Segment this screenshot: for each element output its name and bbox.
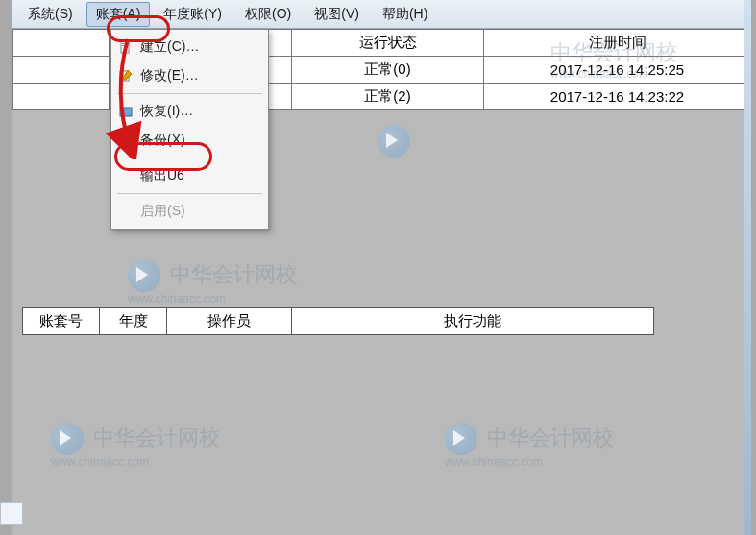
menu-separator: [117, 158, 262, 158]
menu-help[interactable]: 帮助(H): [373, 2, 437, 27]
menu-item-label: 启用(S): [140, 203, 185, 218]
menu-item-modify[interactable]: 修改(E)…: [113, 61, 266, 90]
watermark-subtext: www.chinaacc.com: [445, 455, 614, 469]
menu-separator: [117, 193, 262, 194]
header-account-no: 账套号: [23, 308, 100, 335]
watermark: 中华会计网校 www.chinaacc.com: [51, 423, 220, 469]
svg-rect-1: [122, 43, 128, 44]
menu-item-label: 建立(C)…: [140, 38, 199, 54]
cell-status: 正常(2): [292, 84, 484, 110]
header-operator: 操作员: [167, 308, 292, 335]
menu-item-label: 修改(E)…: [140, 67, 199, 83]
watermark-text: 中华会计网校: [93, 426, 220, 450]
menu-system[interactable]: 系统(S): [18, 2, 83, 27]
tasks-table: 账套号 年度 操作员 执行功能: [22, 307, 654, 335]
menu-year[interactable]: 年度账(Y): [154, 2, 232, 27]
svg-rect-6: [122, 138, 130, 143]
header-time: 注册时间: [484, 30, 751, 57]
menu-item-restore[interactable]: 恢复(I)…: [113, 97, 266, 126]
menu-separator: [117, 93, 262, 94]
menu-account-set[interactable]: 账套(A): [86, 2, 151, 27]
file-new-icon: [119, 40, 133, 54]
svg-rect-2: [122, 45, 128, 46]
menu-item-label: 输出U6: [140, 167, 184, 182]
menu-view[interactable]: 视图(V): [305, 2, 369, 27]
external-thumbnail: [0, 502, 23, 525]
lower-panel: 账套号 年度 操作员 执行功能: [22, 307, 654, 335]
edit-icon: [119, 69, 133, 83]
header-blank: [13, 30, 110, 57]
cell-blank: [13, 57, 110, 84]
backup-icon: [119, 134, 133, 147]
menu-item-label: 恢复(I)…: [140, 103, 193, 118]
watermark: 中华会计网校 www.chinaacc.com: [445, 423, 614, 469]
header-function: 执行功能: [292, 308, 654, 335]
menu-item-label: 备份(X)…: [140, 132, 199, 147]
cell-time: 2017-12-16 14:23:22: [484, 84, 751, 110]
menu-item-backup[interactable]: 备份(X)…: [113, 126, 266, 155]
svg-rect-0: [121, 41, 129, 53]
watermark-logo-icon: [51, 423, 84, 455]
header-year: 年度: [100, 308, 167, 335]
menu-item-export-u6[interactable]: 输出U6: [113, 161, 266, 190]
watermark-logo-icon: [445, 423, 477, 455]
watermark-text: 中华会计网校: [487, 426, 614, 450]
menubar: 系统(S) 账套(A) 年度账(Y) 权限(O) 视图(V) 帮助(H): [12, 0, 751, 29]
table-header-row: 账套号 年度 操作员 执行功能: [23, 308, 654, 335]
watermark-subtext: www.chinaacc.com: [51, 455, 220, 469]
header-status: 运行状态: [292, 30, 484, 57]
cell-time: 2017-12-16 14:25:25: [484, 57, 751, 84]
restore-icon: [119, 105, 133, 118]
cell-blank: [13, 84, 110, 110]
cell-status: 正常(0): [292, 57, 484, 84]
menu-permission[interactable]: 权限(O): [235, 2, 301, 27]
menu-item-enable: 启用(S): [113, 197, 266, 226]
account-set-dropdown: 建立(C)… 修改(E)… 恢复(I)… 备份(X)… 输出U6 启用(: [110, 29, 269, 230]
menu-item-create[interactable]: 建立(C)…: [113, 33, 266, 61]
right-edge-strip: [744, 0, 751, 535]
